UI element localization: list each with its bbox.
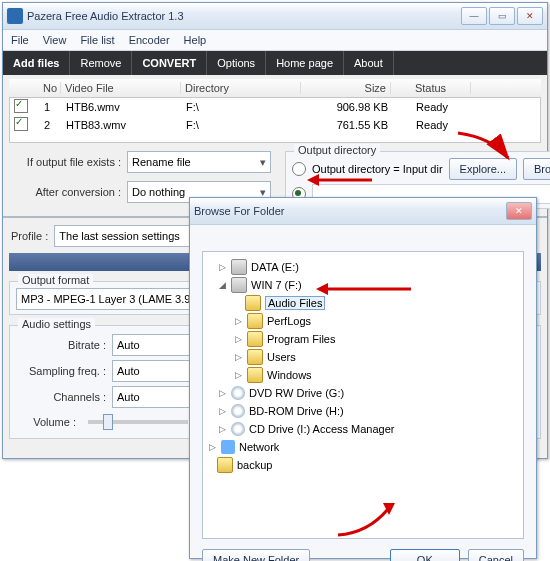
file-grid[interactable]: 1 HTB6.wmv F:\ 906.98 KB Ready 2 HTB83.w… xyxy=(9,98,541,143)
dialog-close-button[interactable]: ✕ xyxy=(506,202,532,220)
tb-homepage[interactable]: Home page xyxy=(266,51,344,75)
cancel-button[interactable]: Cancel xyxy=(468,549,524,561)
folder-icon xyxy=(247,349,263,365)
tree-item[interactable]: Network xyxy=(239,441,279,453)
tree-item[interactable]: PerfLogs xyxy=(267,315,311,327)
grid-header: No Video File Directory Size Status xyxy=(9,79,541,98)
tb-addfiles[interactable]: Add files xyxy=(3,51,70,75)
toolbar: Add files Remove CONVERT Options Home pa… xyxy=(3,51,547,75)
dvd-icon xyxy=(231,404,245,418)
app-icon xyxy=(7,8,23,24)
folder-icon xyxy=(247,313,263,329)
tree-item[interactable]: backup xyxy=(237,459,272,471)
tb-remove[interactable]: Remove xyxy=(70,51,132,75)
browse-button[interactable]: Browse... xyxy=(523,158,550,180)
maximize-button[interactable]: ▭ xyxy=(489,7,515,25)
output-format-legend: Output format xyxy=(18,274,93,286)
tb-options[interactable]: Options xyxy=(207,51,266,75)
tree-item[interactable]: DVD RW Drive (G:) xyxy=(249,387,344,399)
profile-label: Profile : xyxy=(11,230,48,242)
make-new-folder-button[interactable]: Make New Folder xyxy=(202,549,310,561)
folder-icon xyxy=(217,457,233,473)
menu-encoder[interactable]: Encoder xyxy=(129,34,170,46)
if-exists-label: If output file exists : xyxy=(11,156,121,168)
browse-folder-dialog: Browse For Folder ✕ ▷DATA (E:) ◢WIN 7 (F… xyxy=(189,197,537,559)
dialog-titlebar[interactable]: Browse For Folder ✕ xyxy=(190,198,536,225)
menu-file[interactable]: File xyxy=(11,34,29,46)
tb-about[interactable]: About xyxy=(344,51,394,75)
explore-button[interactable]: Explore... xyxy=(449,158,517,180)
tree-item[interactable]: CD Drive (I:) Access Manager xyxy=(249,423,394,435)
tree-item[interactable]: BD-ROM Drive (H:) xyxy=(249,405,344,417)
tree-item[interactable]: Windows xyxy=(267,369,312,381)
network-icon xyxy=(221,440,235,454)
cd-icon xyxy=(231,422,245,436)
after-conv-label: After conversion : xyxy=(11,186,121,198)
tree-item-selected[interactable]: Audio Files xyxy=(265,296,325,310)
if-exists-select[interactable]: Rename file xyxy=(127,151,271,173)
row-checkbox[interactable] xyxy=(14,99,28,113)
channels-label: Channels : xyxy=(16,391,106,403)
audio-settings-legend: Audio settings xyxy=(18,318,95,330)
ok-button[interactable]: OK xyxy=(390,549,460,561)
output-dir-legend: Output directory xyxy=(294,144,380,156)
tree-item[interactable]: DATA (E:) xyxy=(251,261,299,273)
dvd-icon xyxy=(231,386,245,400)
menu-help[interactable]: Help xyxy=(184,34,207,46)
tree-item[interactable]: Program Files xyxy=(267,333,335,345)
sampling-label: Sampling freq. : xyxy=(16,365,106,377)
table-row[interactable]: 2 HTB83.wmv F:\ 761.55 KB Ready xyxy=(10,116,540,134)
folder-icon xyxy=(247,331,263,347)
volume-slider[interactable] xyxy=(88,420,188,424)
drive-icon xyxy=(231,259,247,275)
dialog-prompt xyxy=(190,225,536,251)
tb-convert[interactable]: CONVERT xyxy=(132,51,207,75)
close-button[interactable]: ✕ xyxy=(517,7,543,25)
folder-icon xyxy=(245,295,261,311)
menu-view[interactable]: View xyxy=(43,34,67,46)
row-checkbox[interactable] xyxy=(14,117,28,131)
menu-filelist[interactable]: File list xyxy=(80,34,114,46)
folder-tree[interactable]: ▷DATA (E:) ◢WIN 7 (F:) Audio Files ▷Perf… xyxy=(202,251,524,539)
table-row[interactable]: 1 HTB6.wmv F:\ 906.98 KB Ready xyxy=(10,98,540,116)
dialog-title: Browse For Folder xyxy=(194,205,506,217)
outdir-eq-input-label: Output directory = Input dir xyxy=(312,163,443,175)
tree-item[interactable]: WIN 7 (F:) xyxy=(251,279,302,291)
main-title: Pazera Free Audio Extractor 1.3 xyxy=(27,10,461,22)
menubar: File View File list Encoder Help xyxy=(3,30,547,51)
bitrate-label: Bitrate : xyxy=(16,339,106,351)
outdir-eq-input-radio[interactable] xyxy=(292,162,306,176)
minimize-button[interactable]: — xyxy=(461,7,487,25)
main-titlebar[interactable]: Pazera Free Audio Extractor 1.3 — ▭ ✕ xyxy=(3,3,547,30)
drive-icon xyxy=(231,277,247,293)
volume-label: Volume : xyxy=(16,416,76,428)
folder-icon xyxy=(247,367,263,383)
tree-item[interactable]: Users xyxy=(267,351,296,363)
